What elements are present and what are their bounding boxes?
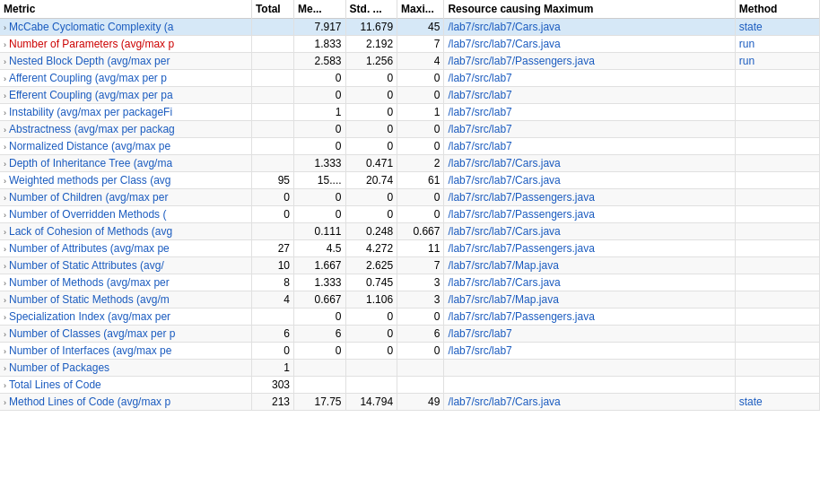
expand-icon[interactable]: › xyxy=(4,74,6,83)
resource-cell[interactable]: /lab7/src/lab7 xyxy=(444,326,735,343)
table-row[interactable]: ›Nested Block Depth (avg/max per2.5831.2… xyxy=(0,53,820,70)
table-row[interactable]: ›Number of Parameters (avg/max p1.8332.1… xyxy=(0,36,820,53)
resource-cell[interactable]: /lab7/src/lab7/Cars.java xyxy=(444,19,735,36)
method-cell xyxy=(735,206,819,223)
expand-icon[interactable]: › xyxy=(4,126,6,135)
expand-icon[interactable]: › xyxy=(4,40,6,49)
std-cell: 0.248 xyxy=(345,223,397,240)
table-row[interactable]: ›Total Lines of Code303 xyxy=(0,377,820,394)
mean-cell: 0 xyxy=(294,189,346,206)
total-cell: 0 xyxy=(251,343,293,360)
mean-cell: 0 xyxy=(294,308,346,326)
expand-icon[interactable]: › xyxy=(4,364,6,373)
resource-cell[interactable]: /lab7/src/lab7 xyxy=(444,104,735,121)
expand-icon[interactable]: › xyxy=(4,245,6,254)
table-row[interactable]: ›Number of Classes (avg/max per p6606/la… xyxy=(0,326,820,343)
std-cell: 1.106 xyxy=(345,291,397,308)
expand-icon[interactable]: › xyxy=(4,262,6,271)
mean-cell: 0.667 xyxy=(294,291,346,308)
table-row[interactable]: ›Normalized Distance (avg/max pe000/lab7… xyxy=(0,138,820,155)
resource-cell[interactable]: /lab7/src/lab7 xyxy=(444,343,735,360)
expand-icon[interactable]: › xyxy=(4,296,6,305)
max-cell: 11 xyxy=(397,240,444,257)
resource-cell[interactable]: /lab7/src/lab7/Passengers.java xyxy=(444,308,735,326)
table-row[interactable]: ›Weighted methods per Class (avg9515....… xyxy=(0,172,820,189)
table-row[interactable]: ›Method Lines of Code (avg/max p21317.75… xyxy=(0,394,820,411)
expand-icon[interactable]: › xyxy=(4,57,6,66)
max-cell: 4 xyxy=(397,53,444,70)
table-row[interactable]: ›Number of Static Attributes (avg/101.66… xyxy=(0,257,820,274)
max-cell: 61 xyxy=(397,172,444,189)
std-cell: 0 xyxy=(345,121,397,138)
table-row[interactable]: ›Number of Interfaces (avg/max pe0000/la… xyxy=(0,343,820,360)
expand-icon[interactable]: › xyxy=(4,313,6,322)
mean-cell: 2.583 xyxy=(294,53,346,70)
total-cell xyxy=(251,19,293,36)
table-row[interactable]: ›Number of Methods (avg/max per81.3330.7… xyxy=(0,274,820,291)
resource-cell[interactable]: /lab7/src/lab7/Map.java xyxy=(444,257,735,274)
table-row[interactable]: ›Specialization Index (avg/max per000/la… xyxy=(0,308,820,326)
total-cell xyxy=(251,138,293,155)
resource-cell[interactable] xyxy=(444,360,735,377)
metric-name-cell: ›Number of Static Attributes (avg/ xyxy=(0,257,251,274)
resource-cell[interactable]: /lab7/src/lab7/Passengers.java xyxy=(444,53,735,70)
table-row[interactable]: ›Abstractness (avg/max per packag000/lab… xyxy=(0,121,820,138)
resource-cell[interactable]: /lab7/src/lab7/Passengers.java xyxy=(444,240,735,257)
method-cell xyxy=(735,189,819,206)
table-row[interactable]: ›Number of Attributes (avg/max pe274.54.… xyxy=(0,240,820,257)
resource-cell[interactable]: /lab7/src/lab7/Cars.java xyxy=(444,155,735,172)
table-row[interactable]: ›McCabe Cyclomatic Complexity (a7.91711.… xyxy=(0,19,820,36)
metric-name-cell: ›Depth of Inheritance Tree (avg/ma xyxy=(0,155,251,172)
resource-cell[interactable]: /lab7/src/lab7 xyxy=(444,87,735,104)
expand-icon[interactable]: › xyxy=(4,279,6,288)
mean-cell: 1.833 xyxy=(294,36,346,53)
expand-icon[interactable]: › xyxy=(4,23,6,32)
table-row[interactable]: ›Afferent Coupling (avg/max per p000/lab… xyxy=(0,70,820,87)
expand-icon[interactable]: › xyxy=(4,160,6,169)
total-cell xyxy=(251,308,293,326)
expand-icon[interactable]: › xyxy=(4,177,6,186)
table-row[interactable]: ›Number of Children (avg/max per0000/lab… xyxy=(0,189,820,206)
method-cell xyxy=(735,308,819,326)
max-cell: 1 xyxy=(397,104,444,121)
expand-icon[interactable]: › xyxy=(4,211,6,220)
resource-cell[interactable]: /lab7/src/lab7/Passengers.java xyxy=(444,189,735,206)
expand-icon[interactable]: › xyxy=(4,347,6,356)
total-cell xyxy=(251,121,293,138)
table-row[interactable]: ›Number of Static Methods (avg/m40.6671.… xyxy=(0,291,820,308)
expand-icon[interactable]: › xyxy=(4,143,6,152)
expand-icon[interactable]: › xyxy=(4,330,6,339)
resource-cell[interactable]: /lab7/src/lab7/Cars.java xyxy=(444,394,735,411)
expand-icon[interactable]: › xyxy=(4,398,6,407)
resource-cell[interactable]: /lab7/src/lab7/Map.java xyxy=(444,291,735,308)
resource-cell[interactable]: /lab7/src/lab7 xyxy=(444,70,735,87)
resource-cell[interactable]: /lab7/src/lab7/Cars.java xyxy=(444,36,735,53)
std-cell: 11.679 xyxy=(345,19,397,36)
expand-icon[interactable]: › xyxy=(4,109,6,117)
table-row[interactable]: ›Number of Overridden Methods (0000/lab7… xyxy=(0,206,820,223)
max-cell: 0 xyxy=(397,138,444,155)
expand-icon[interactable]: › xyxy=(4,228,6,237)
metric-name-cell: ›Weighted methods per Class (avg xyxy=(0,172,251,189)
resource-cell[interactable]: /lab7/src/lab7/Passengers.java xyxy=(444,206,735,223)
metric-name-cell: ›Number of Parameters (avg/max p xyxy=(0,36,251,53)
total-cell xyxy=(251,53,293,70)
expand-icon[interactable]: › xyxy=(4,91,6,100)
table-row[interactable]: ›Instability (avg/max per packageFi101/l… xyxy=(0,104,820,121)
resource-cell[interactable]: /lab7/src/lab7 xyxy=(444,138,735,155)
resource-cell[interactable]: /lab7/src/lab7/Cars.java xyxy=(444,274,735,291)
resource-cell[interactable] xyxy=(444,377,735,394)
metric-name-cell: ›Total Lines of Code xyxy=(0,377,251,394)
max-cell xyxy=(397,360,444,377)
method-cell: state xyxy=(735,19,819,36)
resource-cell[interactable]: /lab7/src/lab7/Cars.java xyxy=(444,172,735,189)
table-row[interactable]: ›Efferent Coupling (avg/max per pa000/la… xyxy=(0,87,820,104)
table-row[interactable]: ›Number of Packages1 xyxy=(0,360,820,377)
table-row[interactable]: ›Depth of Inheritance Tree (avg/ma1.3330… xyxy=(0,155,820,172)
metric-name-cell: ›Lack of Cohesion of Methods (avg xyxy=(0,223,251,240)
expand-icon[interactable]: › xyxy=(4,381,6,390)
resource-cell[interactable]: /lab7/src/lab7 xyxy=(444,121,735,138)
expand-icon[interactable]: › xyxy=(4,194,6,203)
table-row[interactable]: ›Lack of Cohesion of Methods (avg0.1110.… xyxy=(0,223,820,240)
resource-cell[interactable]: /lab7/src/lab7/Cars.java xyxy=(444,223,735,240)
